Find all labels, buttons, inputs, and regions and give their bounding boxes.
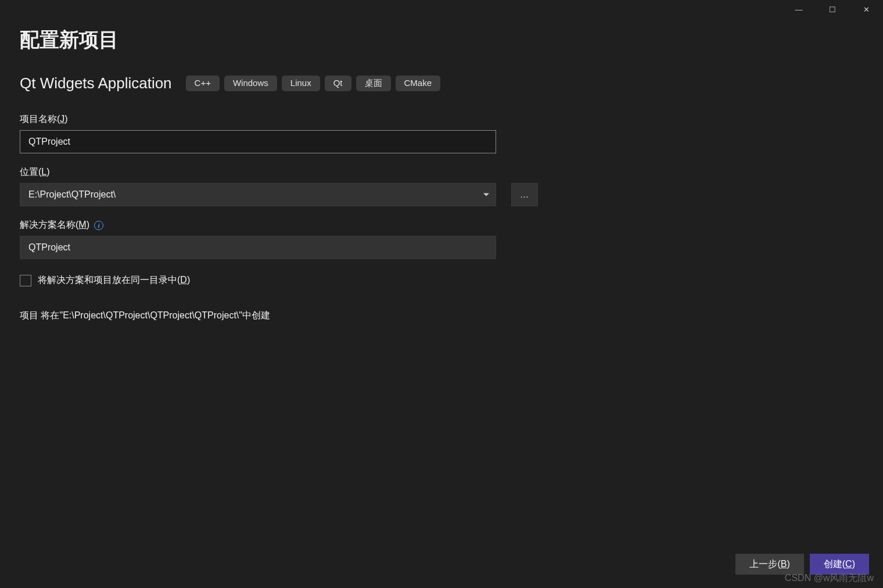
label-key: B (781, 559, 787, 569)
tag-cmake: CMake (396, 76, 441, 91)
maximize-button[interactable]: ☐ (816, 0, 849, 19)
solution-name-group: 解决方案名称(M) i (20, 219, 863, 259)
tag-linux: Linux (282, 76, 320, 91)
tag-windows: Windows (224, 76, 277, 91)
watermark: CSDN @w风雨无阻w (785, 572, 874, 585)
titlebar: — ☐ ✕ (0, 0, 883, 19)
info-icon[interactable]: i (94, 221, 103, 230)
footer: 上一步(B) 创建(C) (0, 551, 883, 588)
page-title: 配置新项目 (20, 27, 863, 53)
project-name-label: 项目名称(J) (20, 113, 863, 126)
label-key: M (78, 220, 86, 230)
template-header: Qt Widgets Application C++ Windows Linux… (20, 74, 863, 92)
label-text: ) (87, 220, 89, 230)
label-text: 上一步( (749, 558, 780, 571)
close-button[interactable]: ✕ (849, 0, 883, 19)
same-dir-row: 将解决方案和项目放在同一目录中(D) (20, 274, 863, 286)
label-text: 项目名称( (20, 114, 60, 124)
tag-list: C++ Windows Linux Qt 桌面 CMake (186, 76, 440, 91)
label-text: ) (46, 167, 49, 177)
location-label: 位置(L) (20, 166, 863, 178)
label-text: 将解决方案和项目放在同一目录中( (38, 275, 180, 285)
label-key: L (41, 167, 46, 177)
back-button[interactable]: 上一步(B) (735, 554, 803, 575)
minimize-button[interactable]: — (782, 0, 816, 19)
browse-button[interactable]: ... (511, 183, 538, 206)
template-name: Qt Widgets Application (20, 74, 172, 92)
create-button[interactable]: 创建(C) (810, 554, 869, 575)
same-dir-label: 将解决方案和项目放在同一目录中(D) (38, 274, 190, 286)
label-text: ) (852, 559, 855, 569)
label-key: C (845, 559, 852, 569)
location-group: 位置(L) E:\Project\QTProject\ ... (20, 166, 863, 206)
label-key: D (180, 275, 187, 285)
tag-qt: Qt (325, 76, 351, 91)
location-display: E:\Project\QTProject\ (20, 183, 496, 206)
tag-cpp: C++ (186, 76, 220, 91)
project-name-group: 项目名称(J) (20, 113, 863, 153)
project-name-input[interactable] (20, 130, 496, 153)
solution-name-label: 解决方案名称(M) i (20, 219, 863, 231)
location-select[interactable]: E:\Project\QTProject\ (20, 183, 496, 206)
label-text: 解决方案名称( (20, 220, 78, 230)
label-text: ) (187, 275, 190, 285)
solution-name-input[interactable] (20, 236, 496, 259)
chevron-down-icon (483, 193, 489, 196)
label-text: ) (787, 559, 789, 569)
summary-text: 项目 将在"E:\Project\QTProject\QTProject\QTP… (20, 310, 863, 322)
tag-desktop: 桌面 (356, 76, 391, 91)
label-text: 创建( (824, 558, 845, 571)
content-area: 配置新项目 Qt Widgets Application C++ Windows… (0, 19, 883, 322)
label-text: ) (64, 114, 67, 124)
label-text: 位置( (20, 167, 41, 177)
same-dir-checkbox[interactable] (20, 275, 31, 286)
